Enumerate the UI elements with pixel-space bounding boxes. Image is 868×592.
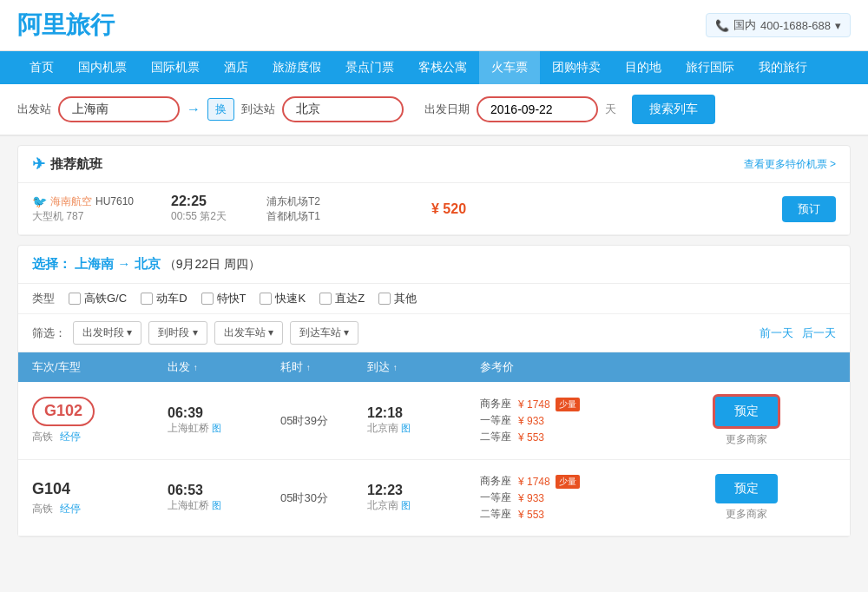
nav-hotel[interactable]: 酒店 — [212, 51, 260, 84]
nav-destination[interactable]: 目的地 — [613, 51, 674, 84]
train-section-header: 选择： 上海南 → 北京 （9月22日 周四） — [18, 246, 850, 284]
to-input[interactable] — [282, 96, 404, 122]
plane-icon: ✈ — [32, 155, 45, 174]
nav-attractions[interactable]: 景点门票 — [333, 51, 406, 84]
price-tag-biz-2: 少量 — [556, 475, 580, 489]
book-button-g104[interactable]: 预定 — [715, 474, 778, 503]
action-cell-2: 预定 更多商家 — [643, 460, 850, 536]
price-label-second-2: 二等座 — [480, 507, 513, 522]
price-value-biz: ¥ 1748 — [518, 398, 550, 411]
col-depart: 出发 ↑ — [157, 352, 270, 382]
flight-book-button[interactable]: 预订 — [782, 196, 836, 222]
train-stops-link-2[interactable]: 经停 — [60, 503, 81, 515]
arr-station-2: 北京南 图 — [367, 498, 459, 513]
dep-airport: 浦东机场T2 — [266, 194, 388, 209]
logo: 阿里旅行 — [17, 9, 115, 42]
dep-time-1: 06:39 — [168, 405, 260, 421]
main-nav: 首页 国内机票 国际机票 酒店 旅游度假 景点门票 客栈公寓 火车票 团购特卖 … — [0, 51, 868, 84]
arrow-icon: → — [187, 102, 201, 117]
nav-my-travel[interactable]: 我的旅行 — [746, 51, 819, 84]
flight-row: 🐦 海南航空 HU7610 大型机 787 22:25 00:55 第2天 浦东… — [18, 183, 850, 235]
nav-domestic-flights[interactable]: 国内机票 — [66, 51, 139, 84]
arr-map-icon-2[interactable]: 图 — [401, 500, 411, 510]
recommended-header: ✈ 推荐航班 查看更多特价机票 > — [18, 146, 850, 183]
filter-other[interactable]: 其他 — [378, 291, 417, 306]
arrive-cell-2: 12:23 北京南 图 — [357, 460, 470, 536]
nav-deals[interactable]: 团购特卖 — [540, 51, 613, 84]
days-text: 天 — [605, 102, 616, 117]
dep-map-icon-2[interactable]: 图 — [212, 500, 221, 510]
train-type-label: 高铁 — [32, 431, 53, 443]
kuaisu-checkbox[interactable] — [260, 293, 272, 305]
airline-code: HU7610 — [95, 195, 134, 207]
price-cell-2: 商务座 ¥ 1748 少量 一等座 ¥ 933 二等座 ¥ 553 — [470, 460, 643, 536]
search-button[interactable]: 搜索列车 — [632, 95, 715, 124]
day-navigation: 前一天 后一天 — [760, 326, 836, 341]
aircraft-type: 大型机 787 — [32, 209, 154, 224]
date-input[interactable] — [477, 96, 598, 122]
nav-home[interactable]: 首页 — [17, 51, 66, 84]
price-list-2: 商务座 ¥ 1748 少量 一等座 ¥ 933 二等座 ¥ 553 — [480, 474, 633, 522]
train-type-label-2: 高铁 — [32, 503, 53, 515]
nav-intl-travel[interactable]: 旅行国际 — [674, 51, 746, 84]
book-button-g102[interactable]: 预定 — [713, 394, 780, 429]
filter-dongche[interactable]: 动车D — [141, 291, 187, 306]
filter-tekuai[interactable]: 特快T — [201, 291, 247, 306]
train-section: 选择： 上海南 → 北京 （9月22日 周四） 类型 高铁G/C 动车D 特快T… — [17, 245, 851, 537]
header-phone[interactable]: 📞 国内 400-1688-688 ▾ — [706, 13, 851, 37]
filter-label: 筛选： — [32, 326, 66, 341]
type-filter-row: 类型 高铁G/C 动车D 特快T 快速K 直达Z 其他 — [18, 284, 850, 314]
from-input[interactable] — [58, 96, 180, 122]
filter-gaotie[interactable]: 高铁G/C — [69, 291, 127, 306]
depart-station-filter[interactable]: 出发车站 ▾ — [214, 321, 283, 345]
arrive-station-filter[interactable]: 到达车站 ▾ — [290, 321, 358, 345]
depart-time-filter[interactable]: 出发时段 ▾ — [73, 321, 141, 345]
prev-day-button[interactable]: 前一天 — [760, 326, 793, 341]
price-list-1: 商务座 ¥ 1748 少量 一等座 ¥ 933 二等座 ¥ 553 — [480, 397, 633, 444]
dep-time-2: 06:53 — [168, 483, 260, 498]
nav-apartments[interactable]: 客栈公寓 — [406, 51, 479, 84]
domestic-label: 国内 — [733, 17, 756, 33]
more-vendors-1: 更多商家 — [657, 432, 836, 447]
more-flights-link[interactable]: 查看更多特价机票 > — [744, 157, 836, 172]
col-arrive: 到达 ↑ — [357, 352, 470, 382]
filter-kuaisu[interactable]: 快速K — [260, 291, 306, 306]
tekuai-checkbox[interactable] — [201, 293, 214, 305]
duration-cell-2: 05时30分 — [270, 460, 357, 536]
train-type-row-2: 高铁 经停 — [32, 502, 143, 516]
nav-tourism[interactable]: 旅游度假 — [260, 51, 333, 84]
dep-map-icon-1[interactable]: 图 — [212, 423, 221, 433]
phone-number: 400-1688-688 — [760, 19, 831, 32]
col-price: 参考价 — [470, 352, 643, 382]
other-checkbox[interactable] — [378, 293, 391, 305]
train-stops-link[interactable]: 经停 — [60, 431, 81, 443]
gaotie-checkbox[interactable] — [69, 293, 81, 305]
zhida-checkbox[interactable] — [319, 293, 332, 305]
swap-button[interactable]: 换 — [207, 98, 234, 121]
selection-title: 选择： — [32, 256, 71, 271]
filter-zhida[interactable]: 直达Z — [319, 291, 365, 306]
arrive-time-filter[interactable]: 到时段 ▾ — [148, 321, 207, 345]
header-right: 📞 国内 400-1688-688 ▾ — [706, 13, 851, 37]
nav-trains[interactable]: 火车票 — [479, 51, 540, 84]
price-value-second: ¥ 553 — [518, 431, 544, 444]
nav-intl-flights[interactable]: 国际机票 — [139, 51, 212, 84]
search-bar: 出发站 → 换 到达站 出发日期 天 搜索列车 — [0, 84, 868, 136]
train-number-g104: G104 — [32, 480, 143, 498]
filter-dropdowns-left: 筛选： 出发时段 ▾ 到时段 ▾ 出发车站 ▾ 到达车站 ▾ — [32, 321, 358, 345]
train-table: 车次/车型 出发 ↑ 耗时 ↑ 到达 ↑ 参考价 G102 高铁 经停 — [18, 352, 850, 536]
more-vendors-2: 更多商家 — [657, 507, 836, 522]
price-label-second: 二等座 — [480, 430, 513, 444]
flight-price: ¥ 520 — [431, 201, 501, 217]
price-cell-1: 商务座 ¥ 1748 少量 一等座 ¥ 933 二等座 ¥ 553 — [470, 382, 643, 460]
header: 阿里旅行 📞 国内 400-1688-688 ▾ — [0, 0, 868, 51]
arr-map-icon-1[interactable]: 图 — [401, 423, 411, 433]
next-day-button[interactable]: 后一天 — [802, 326, 836, 341]
price-value-second-2: ¥ 553 — [518, 509, 544, 521]
dongche-checkbox[interactable] — [141, 293, 153, 305]
arr-time-2: 12:23 — [367, 483, 459, 498]
date-label: 出发日期 — [424, 102, 470, 117]
table-header: 车次/车型 出发 ↑ 耗时 ↑ 到达 ↑ 参考价 — [18, 352, 850, 382]
date-info: （9月22日 周四） — [164, 257, 260, 271]
price-label-biz-2: 商务座 — [480, 474, 513, 489]
